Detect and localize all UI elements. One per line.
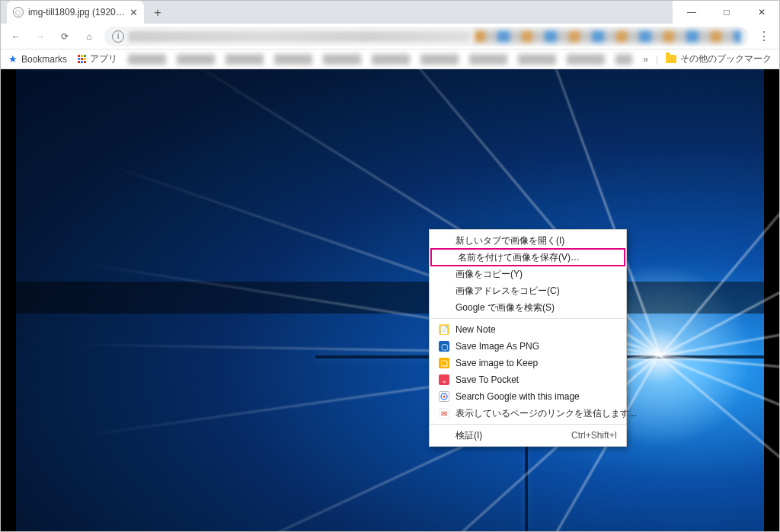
bookmarks-label: Bookmarks <box>21 54 67 65</box>
ctx-ext-save-image-png[interactable]: ▢ Save Image As PNG <box>430 338 626 355</box>
note-icon: 📄 <box>439 324 449 335</box>
context-menu: 新しいタブで画像を開く(I) 名前を付けて画像を保存(V)… 画像をコピー(Y)… <box>429 229 627 447</box>
other-bookmarks-label: その他のブックマーク <box>680 53 772 65</box>
pocket-icon: ⌄ <box>439 374 449 385</box>
ctx-ext-new-note[interactable]: 📄 New Note <box>430 321 626 338</box>
ctx-inspect[interactable]: 検証(I) Ctrl+Shift+I <box>430 427 626 444</box>
window-controls: — □ ✕ <box>674 1 779 24</box>
apps-label: アプリ <box>90 53 117 65</box>
ctx-separator <box>430 318 626 319</box>
mail-icon: ✉ <box>439 408 449 419</box>
ctx-copy-image-address[interactable]: 画像アドレスをコピー(C) <box>430 282 626 299</box>
ctx-ext-search-google-image[interactable]: Search Google with this image <box>430 388 626 405</box>
svg-point-1 <box>443 396 446 398</box>
ctx-ext-send-page-link[interactable]: ✉ 表示しているページのリンクを送信します... <box>430 405 626 422</box>
window-close-button[interactable]: ✕ <box>744 1 779 24</box>
ctx-search-google-for-image[interactable]: Google で画像を検索(S) <box>430 299 626 316</box>
tab-title: img-till1809.jpg (1920×1200 <box>28 7 125 18</box>
browser-menu-button[interactable]: ⋮ <box>755 27 773 46</box>
address-bar: ← → ⟳ ⌂ i ⋮ <box>1 24 779 49</box>
ctx-save-image-as[interactable]: 名前を付けて画像を保存(V)… <box>430 248 625 266</box>
url-text-blurred <box>129 31 470 42</box>
extension-icons-blurred <box>475 30 741 43</box>
apps-link[interactable]: アプリ <box>78 53 117 65</box>
wallpaper-image[interactable] <box>16 69 764 531</box>
page-content: 新しいタブで画像を開く(I) 名前を付けて画像を保存(V)… 画像をコピー(Y)… <box>1 69 779 531</box>
apps-icon <box>78 55 86 63</box>
ctx-open-image-new-tab[interactable]: 新しいタブで画像を開く(I) <box>430 232 626 249</box>
minimize-button[interactable]: — <box>674 1 709 24</box>
star-icon: ★ <box>8 53 18 65</box>
forward-button[interactable]: → <box>31 27 50 46</box>
keep-icon: ❏ <box>439 358 449 368</box>
other-bookmarks-button[interactable]: その他のブックマーク <box>666 53 772 65</box>
home-button[interactable]: ⌂ <box>80 27 98 46</box>
ctx-ext-save-to-pocket[interactable]: ⌄ Save To Pocket <box>430 371 626 388</box>
bookmark-items-blurred <box>128 54 632 65</box>
ctx-separator <box>430 424 626 425</box>
google-image-icon <box>439 391 449 402</box>
url-omnibox[interactable]: i <box>104 27 749 46</box>
back-button[interactable]: ← <box>7 27 25 46</box>
browser-tab[interactable]: ◌ img-till1809.jpg (1920×1200 ✕ <box>7 1 144 24</box>
ctx-copy-image[interactable]: 画像をコピー(Y) <box>430 266 626 282</box>
bookmarks-link[interactable]: ★ Bookmarks <box>8 53 67 65</box>
globe-icon: ◌ <box>13 7 24 18</box>
bookmarks-overflow-button[interactable]: » <box>643 54 648 65</box>
tab-close-icon[interactable]: ✕ <box>129 7 138 18</box>
ctx-ext-save-to-keep[interactable]: ❏ Save image to Keep <box>430 355 626 371</box>
png-icon: ▢ <box>439 341 449 352</box>
new-tab-button[interactable]: + <box>147 2 168 24</box>
maximize-button[interactable]: □ <box>709 1 744 24</box>
site-info-icon[interactable]: i <box>112 30 124 43</box>
reload-button[interactable]: ⟳ <box>56 27 74 46</box>
tab-strip: ◌ img-till1809.jpg (1920×1200 ✕ + <box>1 1 673 24</box>
bookmarks-bar: ★ Bookmarks アプリ » | その他のブックマーク <box>1 49 779 69</box>
folder-icon <box>666 55 676 63</box>
